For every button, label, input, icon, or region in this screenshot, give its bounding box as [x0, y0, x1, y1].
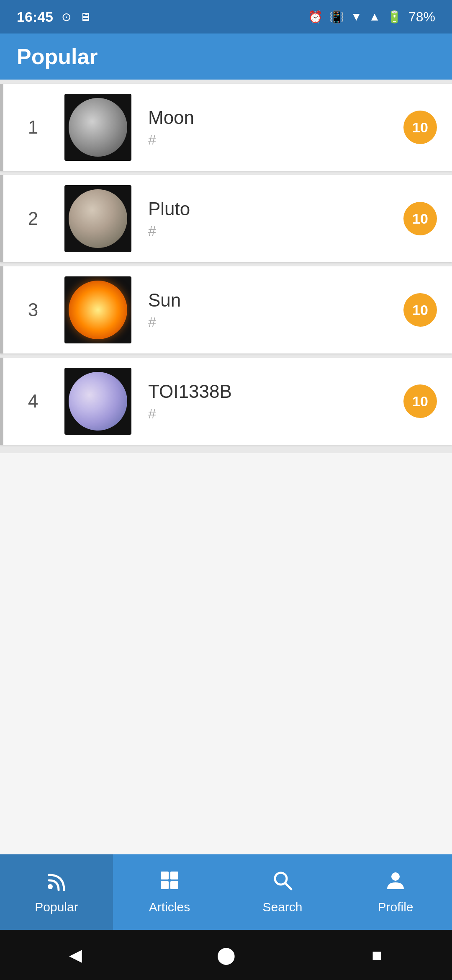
bottom-nav: Popular Articles Search Pr [0, 854, 452, 930]
search-icon [272, 870, 293, 896]
item-rank: 4 [18, 391, 48, 412]
item-image-pluto [64, 185, 131, 252]
status-time: 16:45 [17, 9, 53, 25]
item-badge: 10 [403, 111, 437, 144]
nav-popular[interactable]: Popular [0, 854, 113, 930]
home-button[interactable]: ⬤ [211, 940, 241, 970]
item-name: Moon [148, 107, 395, 128]
item-tag: # [148, 132, 395, 148]
svg-rect-2 [170, 872, 178, 879]
pluto-planet [69, 189, 127, 248]
item-badge: 10 [403, 293, 437, 327]
list-item[interactable]: 3 Sun # 10 [0, 266, 452, 353]
alarm-icon: ⏰ [308, 10, 323, 24]
recent-icon: ■ [372, 946, 382, 965]
nav-profile[interactable]: Profile [339, 854, 452, 930]
screen-icon: 🖥 [80, 10, 91, 24]
wifi-icon: ▼ [351, 10, 362, 23]
nav-articles[interactable]: Articles [113, 854, 226, 930]
nav-search[interactable]: Search [226, 854, 339, 930]
status-left: 16:45 ⊙ 🖥 [17, 9, 91, 25]
signal-icon: ▲ [369, 10, 380, 23]
item-name: Sun [148, 290, 395, 311]
list-item[interactable]: 4 TOI1338B # 10 [0, 358, 452, 445]
svg-point-0 [48, 884, 53, 889]
toi-planet [64, 368, 131, 435]
list-item[interactable]: 2 Pluto # 10 [0, 175, 452, 262]
page-title: Popular [17, 44, 98, 69]
moon-planet [69, 98, 127, 157]
grid-icon [159, 870, 180, 896]
home-icon: ⬤ [217, 945, 236, 965]
rss-icon [46, 870, 67, 896]
item-info: Sun # [148, 290, 395, 330]
item-tag: # [148, 314, 395, 330]
nav-popular-label: Popular [35, 900, 78, 914]
item-badge: 10 [403, 202, 437, 235]
status-bar: 16:45 ⊙ 🖥 ⏰ 📳 ▼ ▲ 🔋 78% [0, 0, 452, 34]
item-rank: 2 [18, 208, 48, 229]
person-icon [385, 870, 406, 896]
svg-rect-1 [161, 872, 169, 879]
item-name: TOI1338B [148, 381, 395, 402]
svg-point-7 [391, 872, 400, 881]
nav-articles-label: Articles [149, 900, 190, 914]
item-tag: # [148, 405, 395, 422]
content-area: 1 Moon # 10 2 Pluto # 10 3 Sun # 10 [0, 80, 452, 453]
item-image-toi [64, 368, 131, 435]
item-name: Pluto [148, 199, 395, 219]
item-image-moon [64, 94, 131, 161]
sun-planet [69, 281, 127, 339]
item-info: Pluto # [148, 199, 395, 239]
svg-rect-3 [161, 881, 169, 889]
battery-icon: 🔋 [387, 10, 402, 24]
vibrate-icon: 📳 [329, 10, 344, 24]
item-info: Moon # [148, 107, 395, 148]
item-info: TOI1338B # [148, 381, 395, 422]
item-image-sun [64, 276, 131, 343]
item-badge: 10 [403, 384, 437, 418]
app-header: Popular [0, 34, 452, 80]
nav-search-label: Search [262, 900, 302, 914]
recent-button[interactable]: ■ [362, 940, 391, 970]
item-tag: # [148, 223, 395, 239]
item-rank: 3 [18, 299, 48, 320]
back-icon: ◀ [69, 945, 82, 965]
list-item[interactable]: 1 Moon # 10 [0, 84, 452, 171]
nav-profile-label: Profile [378, 900, 413, 914]
svg-rect-4 [170, 881, 178, 889]
status-right: ⏰ 📳 ▼ ▲ 🔋 78% [308, 9, 435, 25]
svg-line-6 [285, 883, 291, 889]
battery-percentage: 78% [408, 9, 435, 25]
back-button[interactable]: ◀ [61, 940, 90, 970]
item-rank: 1 [18, 117, 48, 138]
media-icon: ⊙ [62, 10, 71, 24]
android-nav-bar: ◀ ⬤ ■ [0, 930, 452, 980]
